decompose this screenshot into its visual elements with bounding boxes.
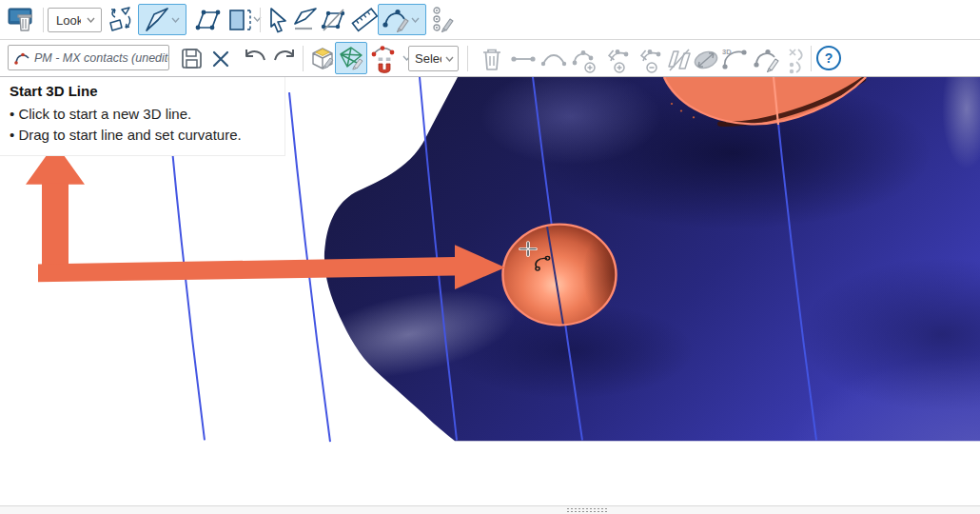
look-dropdown[interactable]: Look bbox=[48, 8, 102, 32]
undo-icon bbox=[242, 48, 267, 70]
close-button[interactable] bbox=[208, 47, 233, 71]
tooltip-title: Start 3D Line bbox=[10, 83, 275, 99]
curve-doc-icon bbox=[13, 50, 30, 66]
toolbar-separator bbox=[467, 46, 468, 71]
knife-tool-icon bbox=[292, 7, 319, 33]
select-cursor-button[interactable] bbox=[265, 6, 292, 34]
clear-screen-icon bbox=[6, 6, 36, 34]
mesh-edit-icon bbox=[338, 45, 364, 71]
control-points-tool-button[interactable] bbox=[429, 5, 458, 35]
tooltip-bullet-1: • Click to start a new 3D line. bbox=[10, 104, 275, 125]
primary-toolbar: Look bbox=[0, 0, 980, 40]
swap-sketch-edit-button[interactable] bbox=[107, 6, 136, 34]
curve-edit-button[interactable] bbox=[753, 45, 783, 75]
3d-viewport[interactable]: Start 3D Line • Click to start a new 3D … bbox=[0, 77, 980, 505]
tooltip-bullet-2: • Drag to start line and set curvature. bbox=[10, 125, 275, 146]
control-points-tool-icon bbox=[430, 6, 457, 34]
segment-icon bbox=[510, 52, 537, 66]
add-point-alt-button-disabled[interactable] bbox=[602, 45, 633, 75]
up-arrow-shaft bbox=[42, 183, 69, 268]
fill-face-tool-button[interactable] bbox=[225, 6, 254, 34]
chevron-down-icon[interactable] bbox=[411, 17, 420, 23]
close-icon bbox=[211, 49, 230, 69]
panel-grip-handle[interactable] bbox=[566, 507, 609, 512]
toolbar-separator bbox=[811, 46, 812, 71]
toolbar-separator bbox=[303, 46, 304, 71]
polygon-tool-button[interactable] bbox=[193, 6, 223, 34]
delete-point-button-disabled[interactable] bbox=[479, 46, 505, 72]
fill-face-tool-icon bbox=[226, 7, 253, 33]
select-mode-dropdown[interactable]: Select bbox=[408, 46, 459, 71]
curve-3d-label: 3D bbox=[722, 48, 732, 56]
polygon-slash-tool-button[interactable] bbox=[319, 6, 348, 34]
add-point-alt-icon bbox=[603, 46, 632, 74]
help-label: ? bbox=[825, 50, 833, 66]
add-point-icon bbox=[571, 46, 599, 74]
disc-rotate-button-disabled[interactable] bbox=[692, 46, 720, 74]
toolbar-separator bbox=[43, 8, 44, 32]
redo-button[interactable] bbox=[270, 46, 299, 72]
document-name-value: PM - MX contacts (unedite bbox=[30, 51, 168, 65]
select-cursor-icon bbox=[266, 7, 291, 33]
disc-rotate-icon bbox=[693, 47, 719, 73]
measure-ruler-button[interactable] bbox=[350, 6, 380, 34]
help-button[interactable]: ? bbox=[816, 46, 841, 70]
subd-surface[interactable] bbox=[292, 77, 980, 505]
remove-point-button-disabled[interactable] bbox=[635, 45, 665, 75]
chevron-down-icon bbox=[87, 17, 95, 23]
remove-point-icon bbox=[636, 46, 664, 74]
split-curve-button-disabled[interactable] bbox=[783, 45, 812, 75]
curve-tool-button-selected[interactable] bbox=[378, 4, 426, 35]
select-mode-value: Select bbox=[409, 51, 441, 66]
toolbar-separator bbox=[260, 8, 261, 32]
curve-3d-button[interactable]: 3D bbox=[720, 45, 751, 75]
tool-guide-tooltip: Start 3D Line • Click to start a new 3D … bbox=[0, 77, 285, 156]
chevron-down-icon bbox=[445, 56, 454, 62]
arc-icon bbox=[540, 50, 567, 68]
polygon-tool-icon bbox=[194, 7, 222, 34]
save-button[interactable] bbox=[179, 46, 205, 71]
line-tool-icon bbox=[143, 7, 171, 32]
look-dropdown-value: Look bbox=[49, 13, 81, 28]
redo-icon bbox=[272, 48, 298, 70]
plane-slash-button-disabled[interactable] bbox=[666, 47, 693, 73]
magnet-snap-icon bbox=[371, 45, 398, 73]
curve-tool-icon bbox=[382, 7, 411, 32]
measure-ruler-icon bbox=[351, 7, 379, 34]
document-name-field[interactable]: PM - MX contacts (unedite bbox=[8, 45, 169, 70]
secondary-toolbar: PM - MX contacts (unedite bbox=[0, 40, 980, 77]
arc-button-disabled[interactable] bbox=[539, 48, 568, 70]
line-tool-button-selected[interactable] bbox=[138, 4, 186, 35]
clear-screen-button[interactable] bbox=[4, 5, 38, 35]
guide-curve-1[interactable] bbox=[171, 140, 205, 440]
polygon-slash-tool-icon bbox=[320, 7, 347, 34]
cube-face-edit-button[interactable] bbox=[307, 44, 338, 74]
undo-button[interactable] bbox=[240, 46, 268, 72]
magnet-snap-button[interactable] bbox=[370, 44, 399, 74]
trash-icon bbox=[480, 47, 503, 71]
bottom-panel-bar bbox=[0, 505, 980, 514]
curve-edit-icon bbox=[754, 46, 782, 74]
add-point-button-disabled[interactable] bbox=[570, 45, 600, 75]
knife-tool-button[interactable] bbox=[291, 6, 320, 34]
save-icon bbox=[180, 47, 204, 70]
chevron-down-icon[interactable] bbox=[171, 17, 180, 23]
segment-button-disabled[interactable] bbox=[509, 49, 538, 69]
mesh-edit-button-selected[interactable] bbox=[335, 42, 367, 74]
swap-sketch-edit-icon bbox=[108, 7, 135, 34]
cube-face-edit-icon bbox=[308, 45, 337, 73]
plane-slash-icon bbox=[667, 48, 692, 72]
split-curve-icon bbox=[784, 46, 811, 74]
